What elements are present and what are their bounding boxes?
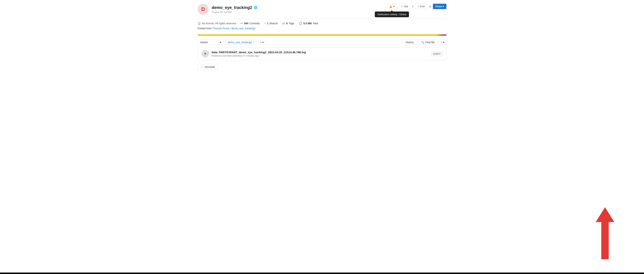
commit-time: 27 minutes ago	[243, 54, 259, 57]
notification-wrapper: 🔔 ▾ Notification setting - Global	[387, 4, 397, 9]
avatar: D	[198, 4, 209, 15]
file-browser-toolbar: master ▾ demo_eye_tracking2 / + ▾ Histor…	[198, 39, 446, 45]
path-name: demo_eye_tracking2	[228, 41, 252, 44]
commit-info-row: ✦ data: PARTICIPANT_demo_eye_tracking2_2…	[198, 47, 446, 60]
branch-icon: ⑂	[264, 22, 266, 25]
globe-icon[interactable]: 🌐	[254, 6, 258, 9]
files-icon: 📋	[299, 22, 302, 25]
license-icon: ⚖️	[198, 22, 201, 25]
readme-icon: 📄	[200, 66, 203, 68]
files-label: Files	[313, 22, 318, 25]
fork-button[interactable]: ⑂ Fork	[415, 4, 427, 9]
commit-avatar: ✦	[202, 50, 209, 57]
clone-button[interactable]: Clone ▾	[433, 4, 446, 9]
files-stat: 📋 5.5 MB Files	[299, 22, 318, 25]
notification-button[interactable]: 🔔 ▾	[387, 4, 397, 9]
commit-author: Pavlovia Commiter	[212, 54, 232, 57]
commit-message: data: PARTICIPANT_demo_eye_tracking2_202…	[212, 51, 306, 54]
search-icon: 🔍	[421, 41, 424, 44]
readme-button[interactable]: 📄 README	[198, 64, 218, 70]
fork-count: 11	[429, 5, 432, 8]
branch-stat: ⑂ 1 Branch	[264, 22, 278, 25]
path-display: demo_eye_tracking2 /	[225, 39, 257, 45]
find-file-button[interactable]: 🔍 Find file	[418, 39, 438, 45]
editor-chevron-icon: ▾	[443, 41, 444, 44]
branch-selector[interactable]: master ▾	[198, 39, 224, 45]
commit-meta: Pavlovia Commiter authored 27 minutes ag…	[212, 54, 306, 57]
commits-label: Commits	[250, 22, 260, 25]
project-title-block: demo_eye_tracking2 🌐 Project ID: 137592	[212, 5, 258, 13]
header-divider	[198, 18, 446, 19]
commit-left: ✦ data: PARTICIPANT_demo_eye_tracking2_2…	[202, 50, 306, 57]
branch-count: 1	[267, 22, 268, 25]
forked-author-link[interactable]: Thomas Pronk	[212, 27, 230, 30]
readme-section: 📄 README	[198, 64, 446, 70]
stats-row: ⚖️ No license. All rights reserved ↩ 940…	[198, 22, 446, 25]
fork-label: Fork	[420, 5, 425, 8]
project-info: D demo_eye_tracking2 🌐 Project ID: 13759…	[198, 4, 258, 15]
star-count: 2	[412, 5, 414, 8]
tag-icon: 🏷	[282, 22, 285, 25]
committer-avatar-icon: ✦	[204, 51, 207, 56]
chevron-down-icon: ▾	[393, 5, 394, 8]
path-separator: /	[253, 41, 254, 44]
branch-name: master	[200, 41, 208, 44]
star-button[interactable]: ☆ Star	[398, 4, 411, 9]
project-id: Project ID: 137592	[212, 11, 258, 13]
bell-icon: 🔔	[389, 5, 392, 8]
project-name: demo_eye_tracking2 🌐	[212, 5, 258, 10]
plus-icon: +	[260, 41, 262, 44]
clone-label: Clone ▾	[435, 5, 444, 8]
editor-icon: ⑂	[441, 41, 442, 44]
path-add-button[interactable]: + ▾	[258, 40, 266, 45]
add-chevron-icon: ▾	[262, 41, 264, 44]
tags-stat: 🏷 0 Tags	[282, 22, 294, 25]
commits-count: 940	[244, 22, 248, 25]
commits-stat: ↩ 940 Commits	[240, 22, 260, 25]
header-actions: 🔔 ▾ Notification setting - Global ☆ Star…	[387, 4, 446, 9]
toolbar-left: master ▾ demo_eye_tracking2 / + ▾	[198, 39, 266, 45]
files-size: 5.5 MB	[304, 22, 312, 25]
license-stat: ⚖️ No license. All rights reserved	[198, 22, 236, 25]
forked-repo-link[interactable]: demo_eye_tracking2	[232, 27, 256, 30]
language-bar	[198, 34, 446, 36]
branch-chevron-icon: ▾	[220, 41, 221, 44]
commit-details: data: PARTICIPANT_demo_eye_tracking2_202…	[212, 51, 306, 57]
notification-tooltip: Notification setting - Global	[375, 11, 409, 17]
tags-label: Tags	[289, 22, 294, 25]
history-button[interactable]: History	[402, 39, 417, 45]
fork-icon: ⑂	[418, 5, 419, 8]
project-header: D demo_eye_tracking2 🌐 Project ID: 13759…	[198, 4, 446, 15]
editor-button[interactable]: ⑂ ▾	[439, 39, 446, 45]
branch-label: Branch	[270, 22, 278, 25]
star-label: Star	[404, 5, 408, 8]
readme-label: README	[205, 66, 215, 68]
commits-icon: ↩	[240, 22, 243, 25]
commit-hash[interactable]: efd77	[431, 51, 442, 56]
tags-count: 0	[286, 22, 288, 25]
star-icon: ☆	[400, 5, 403, 8]
forked-from: Forked from Thomas Pronk / demo_eye_trac…	[198, 27, 446, 30]
toolbar-right: History 🔍 Find file ⑂ ▾	[402, 39, 446, 45]
